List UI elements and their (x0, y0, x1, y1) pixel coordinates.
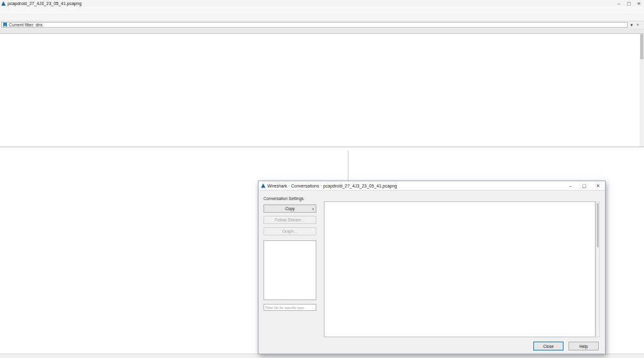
copy-button[interactable]: Copy▾ (264, 204, 316, 213)
dialog-close-button[interactable]: ✕ (591, 183, 605, 189)
filter-text: Current filter: dns (9, 23, 43, 27)
filter-dropdown-icon[interactable]: ▾ (630, 23, 633, 28)
settings-label: Conversation Settings (264, 196, 321, 201)
conversations-dialog: Wireshark · Conversations · pcapdroid_27… (258, 181, 606, 354)
conversations-table-wrap (324, 201, 596, 337)
display-filter-input[interactable]: Current filter: dns (1, 22, 628, 28)
close-button[interactable]: ✕ (634, 1, 644, 6)
follow-stream-button[interactable]: Follow Stream… (264, 216, 316, 224)
dialog-close-action-button[interactable]: Close (533, 342, 564, 350)
window-title: pcapdroid_27_4J3_23_05_41.pcapng (8, 1, 82, 6)
conversation-settings-panel: Conversation Settings Copy▾ Follow Strea… (264, 196, 321, 338)
dialog-titlebar: Wireshark · Conversations · pcapdroid_27… (258, 181, 605, 191)
graph-button[interactable]: Graph… (264, 227, 316, 235)
wireshark-logo-icon (261, 184, 265, 188)
packet-list (0, 28, 644, 147)
packet-list-scrollbar[interactable] (640, 34, 644, 147)
filter-bar: Current filter: dns ▾ + (0, 21, 644, 28)
menu-bar (0, 7, 644, 14)
conversation-tabs (399, 194, 600, 201)
filter-bookmark-icon[interactable] (3, 23, 7, 27)
type-filter-input[interactable]: Filter list for specific type (264, 304, 316, 311)
dialog-help-button[interactable]: Help (569, 342, 599, 350)
wireshark-logo-icon (1, 1, 6, 6)
dialog-title: Wireshark · Conversations · pcapdroid_27… (267, 184, 397, 188)
conversations-table-area (324, 194, 600, 337)
dialog-maximize-button[interactable]: ▢ (577, 183, 591, 189)
filter-add-button[interactable]: + (635, 23, 640, 27)
toolbar (0, 14, 644, 21)
status-bar (0, 354, 644, 358)
dialog-minimize-button[interactable]: – (564, 183, 577, 189)
copy-caret-icon: ▾ (312, 205, 314, 213)
titlebar: pcapdroid_27_4J3_23_05_41.pcapng – ▢ ✕ (0, 0, 644, 7)
conversations-scrollbar[interactable] (596, 201, 600, 337)
minimize-button[interactable]: – (614, 1, 624, 6)
protocol-list (264, 240, 316, 300)
maximize-button[interactable]: ▢ (624, 1, 634, 6)
packet-list-header (0, 28, 644, 34)
